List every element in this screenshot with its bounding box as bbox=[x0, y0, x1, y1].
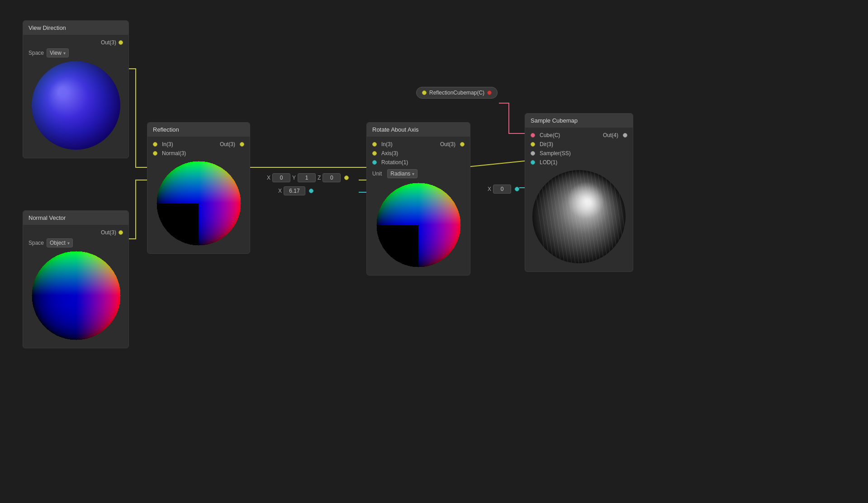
sample-out-label: Out(4) bbox=[603, 132, 618, 138]
normal-chevron-icon: ▾ bbox=[67, 241, 70, 246]
view-direction-node: View Direction Out(3) Space View ▾ bbox=[23, 20, 129, 158]
lod-x-label: X bbox=[488, 186, 491, 192]
z-label: Z bbox=[318, 175, 321, 181]
rotate-rotation-label: Rotation(1) bbox=[381, 159, 408, 166]
out3-label: Out(3) bbox=[101, 39, 116, 46]
rotate-about-axis-node: Rotate About Axis In(3) Out(3) Axis(3) R… bbox=[366, 122, 470, 275]
reflection-preview bbox=[156, 160, 242, 246]
lod-x-input[interactable] bbox=[493, 185, 511, 194]
reflection-header: Reflection bbox=[147, 123, 250, 137]
view-direction-out-row: Out(3) bbox=[28, 39, 123, 46]
unit-label: Unit bbox=[372, 171, 382, 177]
rotate-title: Rotate About Axis bbox=[372, 126, 419, 133]
rotate-header: Rotate About Axis bbox=[367, 123, 470, 137]
rotate-rotation-port[interactable] bbox=[372, 160, 377, 165]
x-label: X bbox=[267, 175, 270, 181]
dir-port[interactable] bbox=[531, 142, 535, 147]
reflection-out-label: Out(3) bbox=[220, 141, 235, 147]
cubemap-label: ReflectionCubemap(C) bbox=[429, 90, 484, 96]
sample-cubemap-title: Sample Cubemap bbox=[531, 117, 578, 124]
normal-vector-preview bbox=[31, 250, 121, 341]
space-dropdown[interactable]: View ▾ bbox=[47, 48, 69, 57]
normal-out-row: Out(3) bbox=[28, 229, 123, 236]
cube-in-port[interactable] bbox=[531, 133, 535, 138]
reflection-in-label: In(3) bbox=[162, 141, 173, 147]
rotate-preview bbox=[375, 182, 461, 268]
reflection-normal-port[interactable] bbox=[153, 151, 157, 156]
rotate-in-label: In(3) bbox=[381, 141, 393, 147]
view-direction-title: View Direction bbox=[28, 24, 66, 31]
rotate-in-port[interactable] bbox=[372, 142, 377, 147]
rotate-axis-port[interactable] bbox=[372, 151, 377, 156]
out-port-yellow[interactable] bbox=[119, 40, 123, 45]
x-input[interactable] bbox=[272, 173, 290, 182]
xyz-input-row: X Y Z bbox=[267, 173, 349, 182]
space-row: Space View ▾ bbox=[28, 48, 123, 57]
normal-space-row: Space Object ▾ bbox=[28, 238, 123, 247]
sampler-label: Sampler(SS) bbox=[540, 150, 571, 157]
reflection-normal-label: Normal(3) bbox=[162, 150, 186, 157]
cubemap-out-port[interactable] bbox=[487, 90, 492, 95]
normal-space-value: Object bbox=[50, 240, 66, 246]
cube-label: Cube(C) bbox=[540, 132, 560, 138]
chevron-icon: ▾ bbox=[63, 51, 66, 56]
sample-out-port[interactable] bbox=[623, 133, 627, 138]
unit-value: Radians bbox=[390, 171, 410, 177]
space-value: View bbox=[50, 50, 62, 56]
unit-dropdown[interactable]: Radians ▾ bbox=[387, 169, 417, 178]
rotate-out-label: Out(3) bbox=[440, 141, 455, 147]
y-label: Y bbox=[292, 175, 296, 181]
y-input[interactable] bbox=[298, 173, 316, 182]
rotation-input-row: X bbox=[278, 186, 313, 195]
normal-vector-title: Normal Vector bbox=[28, 214, 66, 221]
cubemap-in-port[interactable] bbox=[422, 90, 427, 95]
lod-out-port[interactable] bbox=[515, 187, 519, 191]
sample-cubemap-header: Sample Cubemap bbox=[525, 114, 633, 128]
lod-input-row: X bbox=[488, 185, 519, 194]
space-label: Space bbox=[28, 50, 44, 56]
rotate-out-port[interactable] bbox=[460, 142, 465, 147]
view-direction-header: View Direction bbox=[23, 21, 128, 35]
z-input[interactable] bbox=[323, 173, 341, 182]
reflection-title: Reflection bbox=[153, 126, 179, 133]
lod-label: LOD(1) bbox=[540, 159, 557, 166]
sample-cubemap-preview bbox=[531, 169, 626, 264]
xyz-out-port[interactable] bbox=[344, 176, 349, 180]
normal-vector-node: Normal Vector Out(3) Space Object ▾ bbox=[23, 210, 129, 348]
view-direction-preview bbox=[31, 60, 121, 151]
reflection-cubemap-node: ReflectionCubemap(C) bbox=[416, 87, 498, 99]
rot-x-input[interactable] bbox=[284, 186, 305, 195]
rot-x-label: X bbox=[278, 188, 282, 194]
normal-space-dropdown[interactable]: Object ▾ bbox=[47, 238, 73, 247]
normal-out-port[interactable] bbox=[119, 230, 123, 235]
unit-chevron-icon: ▾ bbox=[412, 171, 414, 176]
sampler-port[interactable] bbox=[531, 151, 535, 156]
reflection-node: Reflection In(3) Out(3) Normal(3) bbox=[147, 122, 250, 254]
sample-cubemap-node: Sample Cubemap Cube(C) Out(4) Dir(3) Sam… bbox=[525, 113, 633, 272]
normal-space-label: Space bbox=[28, 240, 44, 246]
normal-vector-header: Normal Vector bbox=[23, 211, 128, 225]
rotate-axis-label: Axis(3) bbox=[381, 150, 398, 157]
unit-row: Unit Radians ▾ bbox=[372, 169, 465, 178]
lod-port[interactable] bbox=[531, 160, 535, 165]
reflection-out-port[interactable] bbox=[240, 142, 244, 147]
normal-out3-label: Out(3) bbox=[101, 229, 116, 236]
dir-label: Dir(3) bbox=[540, 141, 553, 147]
rot-out-port[interactable] bbox=[309, 189, 313, 193]
reflection-in-port[interactable] bbox=[153, 142, 157, 147]
